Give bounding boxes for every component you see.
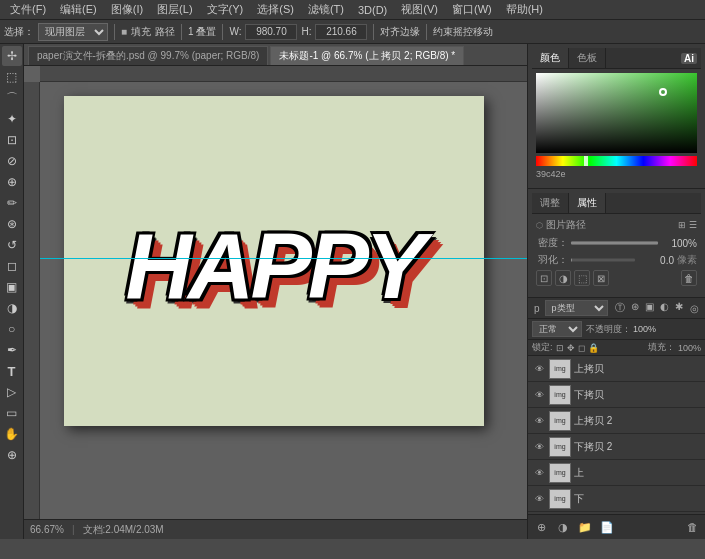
coord-w-label: W: xyxy=(229,26,241,37)
eraser-tool[interactable]: ◻ xyxy=(2,256,22,276)
mask-icon-1[interactable]: ⊡ xyxy=(536,270,552,286)
menu-item-file[interactable]: 文件(F) xyxy=(4,1,52,18)
color-hex: 39c42e xyxy=(536,169,566,179)
menu-item-filter[interactable]: 滤镜(T) xyxy=(302,1,350,18)
menu-item-3d[interactable]: 3D(D) xyxy=(352,3,393,17)
layer-filter-icon-1[interactable]: Ⓣ xyxy=(613,300,627,316)
feather-slider[interactable] xyxy=(571,254,635,266)
layer-filter-toggle[interactable]: ◎ xyxy=(688,302,701,315)
crop-tool[interactable]: ⊡ xyxy=(2,130,22,150)
color-info: 39c42e xyxy=(536,168,697,180)
color-picker: 颜色 色板 Ai 39c42e xyxy=(528,44,705,189)
layer-eye-5[interactable]: 👁 xyxy=(532,492,546,506)
color-cursor xyxy=(659,88,667,96)
hue-cursor xyxy=(584,156,588,166)
layer-thumb-1: img xyxy=(549,385,571,405)
feather-unit: 像素 xyxy=(677,253,697,267)
shape-tool[interactable]: ▭ xyxy=(2,403,22,423)
layers-type-icon[interactable]: p xyxy=(532,302,542,315)
layer-item-3[interactable]: 👁 img 下拷贝 2 xyxy=(528,434,705,460)
brush-tool[interactable]: ✏ xyxy=(2,193,22,213)
menu-item-select[interactable]: 选择(S) xyxy=(251,1,300,18)
canvas-viewport[interactable]: HAPPY xyxy=(24,66,527,519)
hue-bar[interactable] xyxy=(536,156,697,166)
layer-eye-1[interactable]: 👁 xyxy=(532,388,546,402)
menu-item-view[interactable]: 视图(V) xyxy=(395,1,444,18)
menu-item-image[interactable]: 图像(I) xyxy=(105,1,149,18)
layers-type-select[interactable]: p类型 xyxy=(545,300,608,316)
status-divider: | xyxy=(72,524,75,535)
zoom-display: 66.67% xyxy=(30,524,64,535)
layer-filter-icon-5[interactable]: ✱ xyxy=(673,300,685,316)
layer-item-1[interactable]: 👁 img 下拷贝 xyxy=(528,382,705,408)
adjust-tab[interactable]: 调整 xyxy=(532,193,569,213)
layer-eye-3[interactable]: 👁 xyxy=(532,440,546,454)
menu-item-window[interactable]: 窗口(W) xyxy=(446,1,498,18)
tool-mode-select[interactable]: 现用图层 xyxy=(38,23,108,41)
eyedropper-tool[interactable]: ⊘ xyxy=(2,151,22,171)
lock-icon-3[interactable]: ◻ xyxy=(578,343,585,353)
dodge-tool[interactable]: ○ xyxy=(2,319,22,339)
lock-icon-2[interactable]: ✥ xyxy=(567,343,575,353)
selection-tool[interactable]: ⬚ xyxy=(2,67,22,87)
layer-filter-icon-4[interactable]: ◐ xyxy=(658,300,671,316)
wand-tool[interactable]: ✦ xyxy=(2,109,22,129)
lasso-tool[interactable]: ⌒ xyxy=(2,88,22,108)
mask-icon-4[interactable]: ⊠ xyxy=(593,270,609,286)
tab-0[interactable]: paper演文件-拆叠的.psd @ 99.7% (paper; RGB/8) xyxy=(28,46,268,65)
props-action-1[interactable]: ⊞ xyxy=(678,220,686,230)
layer-filter-icon-2[interactable]: ⊛ xyxy=(629,300,641,316)
path-selection-tool[interactable]: ▷ xyxy=(2,382,22,402)
mask-icon-2[interactable]: ◑ xyxy=(555,270,571,286)
history-tool[interactable]: ↺ xyxy=(2,235,22,255)
layers-list[interactable]: 👁 img 上拷贝 👁 img 下拷贝 👁 img 上拷贝 2 👁 img xyxy=(528,356,705,514)
layer-item-5[interactable]: 👁 img 下 xyxy=(528,486,705,512)
density-slider[interactable] xyxy=(571,237,658,249)
mask-icon-5[interactable]: 🗑 xyxy=(681,270,697,286)
color-tab[interactable]: 颜色 xyxy=(532,48,569,68)
menu-item-text[interactable]: 文字(Y) xyxy=(201,1,250,18)
add-adjustment-icon[interactable]: ◑ xyxy=(554,518,572,536)
attributes-tab[interactable]: 属性 xyxy=(569,193,606,213)
layer-eye-4[interactable]: 👁 xyxy=(532,466,546,480)
props-action-2[interactable]: ☰ xyxy=(689,220,697,230)
mask-icon-3[interactable]: ⬚ xyxy=(574,270,590,286)
swatches-tab[interactable]: 色板 xyxy=(569,48,606,68)
layer-item-0[interactable]: 👁 img 上拷贝 xyxy=(528,356,705,382)
stamp-tool[interactable]: ⊛ xyxy=(2,214,22,234)
zoom-tool[interactable]: ⊕ xyxy=(2,445,22,465)
menu-item-edit[interactable]: 编辑(E) xyxy=(54,1,103,18)
healing-tool[interactable]: ⊕ xyxy=(2,172,22,192)
layer-item-4[interactable]: 👁 img 上 xyxy=(528,460,705,486)
align-label: 对齐边缘 xyxy=(380,25,420,39)
coord-w-input[interactable] xyxy=(245,24,297,40)
toolbar-divider-1 xyxy=(114,24,115,40)
menu-item-help[interactable]: 帮助(H) xyxy=(500,1,549,18)
layer-filter-icon-3[interactable]: ▣ xyxy=(643,300,656,316)
blend-mode-select[interactable]: 正常 xyxy=(532,321,582,337)
delete-layer-icon[interactable]: 🗑 xyxy=(683,518,701,536)
hand-tool[interactable]: ✋ xyxy=(2,424,22,444)
lock-icon-1[interactable]: ⊡ xyxy=(556,343,564,353)
menu-item-layer[interactable]: 图层(L) xyxy=(151,1,198,18)
tab-1[interactable]: 未标题-1 @ 66.7% (上 拷贝 2; RGB/8) * xyxy=(270,46,464,65)
layer-item-2[interactable]: 👁 img 上拷贝 2 xyxy=(528,408,705,434)
feather-row: 羽化： 0.0 像素 xyxy=(536,253,697,267)
pen-tool[interactable]: ✒ xyxy=(2,340,22,360)
coord-h-label: H: xyxy=(301,26,311,37)
photoshop-canvas[interactable]: HAPPY xyxy=(64,96,484,426)
layer-eye-2[interactable]: 👁 xyxy=(532,414,546,428)
lock-icon-4[interactable]: 🔒 xyxy=(588,343,599,353)
fill-value: 100% xyxy=(678,343,701,353)
gradient-tool[interactable]: ▣ xyxy=(2,277,22,297)
add-group-icon[interactable]: 📁 xyxy=(576,518,594,536)
add-layer-icon[interactable]: 📄 xyxy=(598,518,616,536)
coord-h-input[interactable] xyxy=(315,24,367,40)
blur-tool[interactable]: ◑ xyxy=(2,298,22,318)
layer-eye-0[interactable]: 👁 xyxy=(532,362,546,376)
text-tool[interactable]: T xyxy=(2,361,22,381)
color-gradient[interactable] xyxy=(536,73,697,153)
add-fill-icon[interactable]: ⊕ xyxy=(532,518,550,536)
color-panel-tabs: 颜色 色板 Ai xyxy=(532,48,701,69)
move-tool[interactable]: ✢ xyxy=(2,46,22,66)
